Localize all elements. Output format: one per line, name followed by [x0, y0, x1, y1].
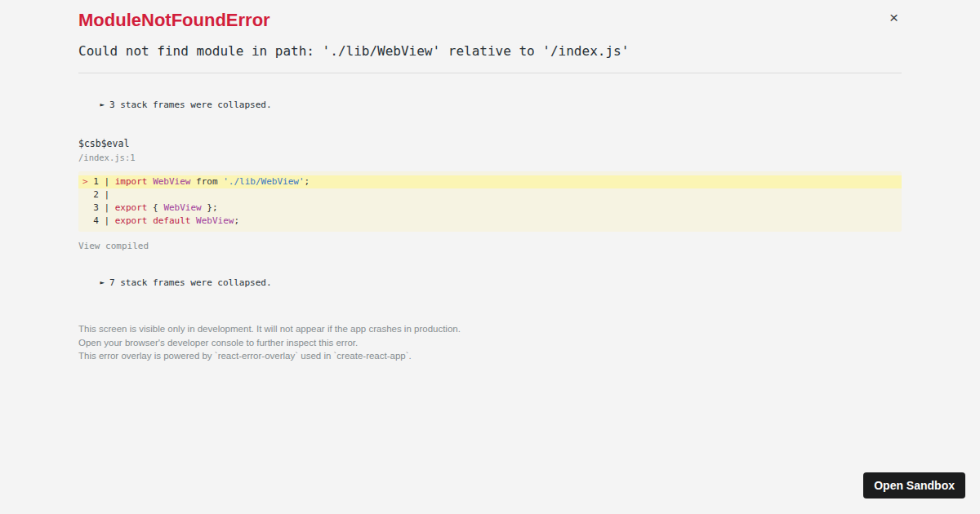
code-token: WebView	[196, 215, 234, 226]
footer-note-powered-by: This error overlay is powered by `react-…	[78, 349, 902, 363]
line-number: 4 |	[88, 215, 115, 226]
code-token: export	[115, 202, 148, 213]
code-token: ;	[305, 176, 310, 187]
code-token: WebView	[163, 202, 201, 213]
footer-notes: This screen is visible only in developme…	[78, 322, 902, 363]
code-token: WebView	[153, 176, 190, 187]
line-marker-spacer	[82, 202, 88, 213]
collapsed-stack-frames-bottom[interactable]: ►7 stack frames were collapsed.	[78, 266, 272, 300]
stack-frame-location: /index.js:1	[78, 153, 902, 162]
line-number: 2 |	[88, 189, 115, 200]
expand-arrow-icon: ►	[100, 277, 105, 288]
collapsed-stack-frames-top-label: 3 stack frames were collapsed.	[109, 100, 272, 110]
close-icon[interactable]: ×	[884, 8, 902, 26]
divider	[78, 73, 902, 73]
open-sandbox-button[interactable]: Open Sandbox	[863, 472, 965, 498]
error-line-marker-icon: >	[82, 176, 88, 187]
error-message: Could not find module in path: './lib/We…	[78, 43, 902, 59]
code-block: > 1 | import WebView from './lib/WebView…	[78, 171, 902, 232]
error-title: ModuleNotFoundError	[78, 0, 902, 30]
footer-note-console: Open your browser's developer console to…	[78, 336, 902, 350]
expand-arrow-icon: ►	[100, 99, 105, 110]
code-line: > 1 | import WebView from './lib/WebView…	[78, 175, 902, 188]
code-token: import	[115, 176, 148, 187]
line-marker-spacer	[82, 215, 88, 226]
stack-frame-function-name: $csb$eval	[78, 139, 902, 149]
line-marker-spacer	[82, 189, 88, 200]
code-line: 2 |	[78, 188, 902, 202]
error-overlay-page: { "page": { "background": "#f4f4f4" }, "…	[0, 0, 980, 514]
line-number: 3 |	[88, 202, 115, 213]
code-token: export	[115, 215, 148, 226]
code-token: from	[190, 176, 223, 187]
code-token: default	[153, 215, 190, 226]
collapsed-stack-frames-bottom-label: 7 stack frames were collapsed.	[109, 277, 272, 288]
code-token: ;	[234, 215, 239, 226]
code-token: }	[202, 202, 212, 213]
code-line: 4 | export default WebView;	[78, 215, 902, 228]
code-token: {	[148, 202, 164, 213]
code-line: 3 | export { WebView };	[78, 202, 902, 215]
line-number: 1 |	[88, 176, 115, 187]
view-compiled-link[interactable]: View compiled	[78, 241, 149, 251]
footer-note-development: This screen is visible only in developme…	[78, 322, 902, 336]
code-token: './lib/WebView'	[223, 176, 304, 187]
collapsed-stack-frames-top[interactable]: ►3 stack frames were collapsed.	[78, 88, 272, 122]
code-token: ;	[212, 202, 218, 213]
error-overlay: ModuleNotFoundError Could not find modul…	[0, 0, 980, 514]
